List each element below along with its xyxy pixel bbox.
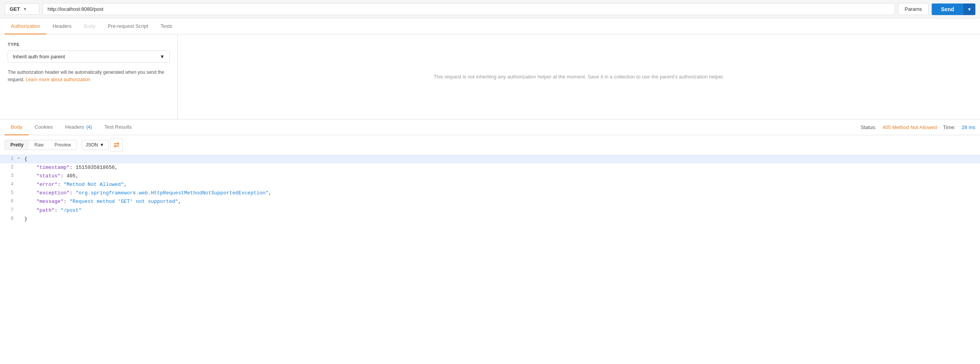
code-lines: 1 ▾ { 2 "timestamp": 1515935818656, 3 "s… (0, 155, 980, 223)
send-dropdown-button[interactable]: ▼ (963, 3, 975, 15)
json-format-select[interactable]: JSON ▼ (82, 140, 109, 150)
line-arrow-1: ▾ (17, 155, 24, 162)
method-chevron-icon: ▼ (23, 7, 27, 11)
tab-authorization[interactable]: Authorization (5, 19, 46, 34)
resp-tab-headers[interactable]: Headers (4) (59, 119, 98, 135)
code-line-8: 8 } (0, 215, 980, 223)
line-number-3: 3 (0, 172, 17, 180)
format-tab-pretty[interactable]: Pretty (5, 140, 29, 150)
code-line-4: 4 "error": "Method Not Allowed", (0, 180, 980, 189)
send-button[interactable]: Send (932, 3, 963, 15)
line-number-5: 5 (0, 189, 17, 197)
time-value: 28 ms (962, 124, 975, 130)
response-tabs: Body Cookies Headers (4) Test Results (5, 119, 138, 135)
auth-panel: TYPE Inherit auth from parent ▼ The auth… (0, 34, 178, 119)
tab-pre-request[interactable]: Pre-request Script (102, 19, 155, 34)
auth-type-select[interactable]: Inherit auth from parent ▼ (8, 51, 170, 63)
format-tabs: Pretty Raw Preview (5, 140, 77, 150)
json-chevron-icon: ▼ (100, 142, 104, 148)
line-number-4: 4 (0, 180, 17, 188)
line-content-8: } (24, 215, 980, 223)
line-number-6: 6 (0, 197, 17, 205)
tab-body: Body (78, 19, 102, 34)
auth-learn-more-link[interactable]: Learn more about authorization (26, 77, 90, 82)
line-number-2: 2 (0, 163, 17, 171)
params-button[interactable]: Params (898, 3, 929, 15)
request-body: TYPE Inherit auth from parent ▼ The auth… (0, 34, 980, 119)
code-area: 1 ▾ { 2 "timestamp": 1515935818656, 3 "s… (0, 155, 980, 223)
line-content-1: { (24, 155, 980, 163)
format-tab-preview[interactable]: Preview (49, 140, 77, 150)
resp-tab-cookies[interactable]: Cookies (29, 119, 59, 135)
wrap-button[interactable]: ⇄ (110, 138, 123, 151)
format-tab-raw[interactable]: Raw (29, 140, 49, 150)
status-label: Status: (861, 124, 876, 130)
line-content-4: "error": "Method Not Allowed", (24, 180, 980, 189)
auth-select-value: Inherit auth from parent (13, 54, 65, 60)
response-meta: Status: 405 Method Not Allowed Time: 28 … (861, 124, 975, 130)
code-line-6: 6 "message": "Request method 'GET' not s… (0, 197, 980, 206)
line-content-3: "status": 405, (24, 172, 980, 180)
request-tabs: Authorization Headers Body Pre-request S… (0, 19, 980, 34)
line-content-2: "timestamp": 1515935818656, (24, 163, 980, 172)
line-content-5: "exception": "org.springframework.web.Ht… (24, 189, 980, 197)
line-content-6: "message": "Request method 'GET' not sup… (24, 197, 980, 206)
tab-tests[interactable]: Tests (154, 19, 178, 34)
top-bar: GET ▼ Params Send ▼ (0, 0, 980, 19)
code-line-5: 5 "exception": "org.springframework.web.… (0, 189, 980, 197)
status-value: 405 Method Not Allowed (883, 124, 937, 130)
auth-select-chevron-icon: ▼ (160, 54, 165, 60)
json-format-label: JSON (86, 142, 98, 148)
time-label: Time: (943, 124, 956, 130)
code-line-3: 3 "status": 405, (0, 172, 980, 180)
method-select[interactable]: GET ▼ (5, 3, 39, 15)
resp-tab-body[interactable]: Body (5, 119, 29, 135)
line-content-7: "path": "/post" (24, 206, 980, 215)
code-line-7: 7 "path": "/post" (0, 206, 980, 215)
url-input[interactable] (43, 3, 895, 15)
code-line-2: 2 "timestamp": 1515935818656, (0, 163, 980, 172)
resp-tab-test-results[interactable]: Test Results (98, 119, 138, 135)
auth-note: The authorization header will be automat… (8, 69, 170, 83)
tab-headers[interactable]: Headers (46, 19, 78, 34)
line-number-1: 1 (0, 155, 17, 163)
response-section: Body Cookies Headers (4) Test Results St… (0, 119, 980, 223)
response-toolbar: Pretty Raw Preview JSON ▼ ⇄ (0, 135, 980, 155)
code-line-1: 1 ▾ { (0, 155, 980, 163)
method-label: GET (10, 6, 20, 12)
response-header: Body Cookies Headers (4) Test Results St… (0, 119, 980, 135)
type-label: TYPE (8, 42, 170, 47)
auth-info-panel: This request is not inheriting any autho… (178, 34, 980, 119)
send-button-group: Send ▼ (932, 3, 975, 15)
wrap-icon: ⇄ (114, 141, 119, 149)
headers-badge: (4) (86, 124, 92, 130)
line-number-8: 8 (0, 215, 17, 223)
line-number-7: 7 (0, 206, 17, 214)
